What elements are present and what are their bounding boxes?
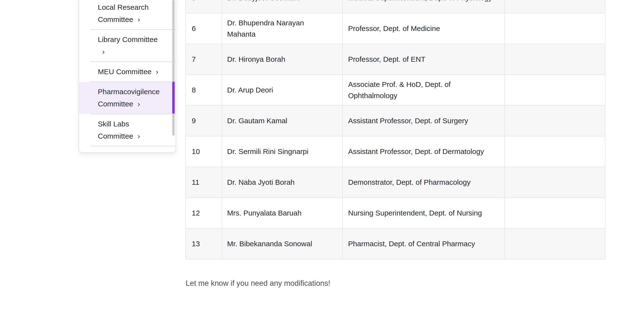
sidebar-item-local-research-committee[interactable]: Local Research Committee› bbox=[79, 0, 176, 29]
sidebar-item-label: MEU Committee bbox=[98, 68, 152, 76]
cell-sno: 7 bbox=[186, 44, 222, 75]
cell-name: Dr. Arup Deori bbox=[222, 75, 342, 105]
table-row: 9 Dr. Gautam Kamal Assistant Professor, … bbox=[186, 105, 605, 136]
cell-designation: Assistant Professor, Dept. of Surgery bbox=[342, 105, 505, 136]
cell-extra bbox=[505, 228, 605, 259]
chevron-right-icon: › bbox=[156, 66, 158, 78]
cell-sno: 11 bbox=[186, 167, 222, 198]
cell-extra bbox=[505, 198, 605, 228]
committee-members-table: 5 Dr. Debyjeet Goswami Medical Superinte… bbox=[186, 0, 605, 259]
table-row: 5 Dr. Debyjeet Goswami Medical Superinte… bbox=[186, 0, 605, 13]
sidebar-item-label: Skill Labs Committee bbox=[98, 120, 133, 140]
cell-designation: Professor, Dept. of Medicine bbox=[342, 13, 505, 44]
cell-designation: Nursing Superintendent, Dept. of Nursing bbox=[342, 198, 505, 228]
cell-name: Dr. Debyjeet Goswami bbox=[222, 0, 342, 13]
sidebar-item-pharmacovigilence-committee[interactable]: Pharmacovigilence Committee› bbox=[79, 82, 176, 114]
page: Local Research Committee› Library Commit… bbox=[0, 0, 644, 328]
cell-sno: 12 bbox=[186, 198, 222, 228]
cell-name: Dr. Bhupendra Narayan Mahanta bbox=[222, 13, 342, 44]
sidebar-item-label: Pharmacovigilence Committee bbox=[98, 88, 160, 108]
table-row: 8 Dr. Arup Deori Associate Prof. & HoD, … bbox=[186, 75, 605, 105]
cell-sno: 9 bbox=[186, 105, 222, 136]
sidebar-scrollbar-track[interactable] bbox=[172, 0, 175, 136]
chevron-right-icon: › bbox=[138, 98, 140, 110]
cell-designation: Demonstrator, Dept. of Pharmacology bbox=[342, 167, 505, 198]
table-row: 6 Dr. Bhupendra Narayan Mahanta Professo… bbox=[186, 13, 605, 44]
cell-sno: 8 bbox=[186, 75, 222, 105]
cell-extra bbox=[505, 136, 605, 167]
sidebar-item-library-committee[interactable]: Library Committee› bbox=[79, 30, 176, 62]
cell-sno: 10 bbox=[186, 136, 222, 167]
cell-name: Dr. Gautam Kamal bbox=[222, 105, 342, 136]
table-row: 7 Dr. Hironya Borah Professor, Dept. of … bbox=[186, 44, 605, 75]
cell-extra bbox=[505, 13, 605, 44]
assistant-note: Let me know if you need any modification… bbox=[186, 279, 330, 288]
cell-extra bbox=[505, 167, 605, 198]
cell-extra bbox=[505, 75, 605, 105]
sidebar-item-label: Local Research Committee bbox=[98, 3, 148, 24]
cell-name: Dr. Naba Jyoti Borah bbox=[222, 167, 342, 198]
cell-designation: Associate Prof. & HoD, Dept. of Ophthalm… bbox=[342, 75, 505, 105]
cell-name: Dr. Hironya Borah bbox=[222, 44, 342, 75]
sidebar-scrollbar-thumb[interactable] bbox=[172, 82, 175, 114]
table-row: 13 Mr. Bibekananda Sonowal Pharmacist, D… bbox=[186, 228, 605, 259]
cell-sno: 6 bbox=[186, 13, 222, 44]
cell-designation: Professor, Dept. of ENT bbox=[342, 44, 505, 75]
cell-name: Mrs. Punyalata Baruah bbox=[222, 198, 342, 228]
cell-name: Mr. Bibekananda Sonowal bbox=[222, 228, 342, 259]
chevron-right-icon: › bbox=[138, 130, 140, 142]
cell-extra bbox=[505, 105, 605, 136]
cell-sno: 5 bbox=[186, 0, 222, 13]
cell-designation: Medical Superintendent, Dept. of Physiol… bbox=[342, 0, 505, 13]
committee-dropdown-panel: Local Research Committee› Library Commit… bbox=[78, 0, 176, 153]
chevron-right-icon: › bbox=[102, 46, 105, 58]
cell-designation: Assistant Professor, Dept. of Dermatolog… bbox=[342, 136, 505, 167]
table-row: 11 Dr. Naba Jyoti Borah Demonstrator, De… bbox=[186, 167, 605, 198]
chevron-right-icon: › bbox=[138, 14, 140, 26]
table-row: 12 Mrs. Punyalata Baruah Nursing Superin… bbox=[186, 198, 605, 228]
cell-extra bbox=[505, 0, 605, 13]
menu-divider bbox=[90, 146, 176, 146]
committee-menu: Local Research Committee› Library Commit… bbox=[79, 0, 176, 146]
cell-extra bbox=[505, 44, 605, 75]
cell-name: Dr. Sermili Rini Singnarpi bbox=[222, 136, 342, 167]
table-row: 10 Dr. Sermili Rini Singnarpi Assistant … bbox=[186, 136, 605, 167]
sidebar-item-skill-labs-committee[interactable]: Skill Labs Committee› bbox=[79, 114, 176, 146]
cell-designation: Pharmacist, Dept. of Central Pharmacy bbox=[342, 228, 505, 259]
cell-sno: 13 bbox=[186, 228, 222, 259]
sidebar-item-label: Library Committee bbox=[98, 35, 158, 44]
sidebar-item-meu-committee[interactable]: MEU Committee› bbox=[79, 62, 176, 82]
